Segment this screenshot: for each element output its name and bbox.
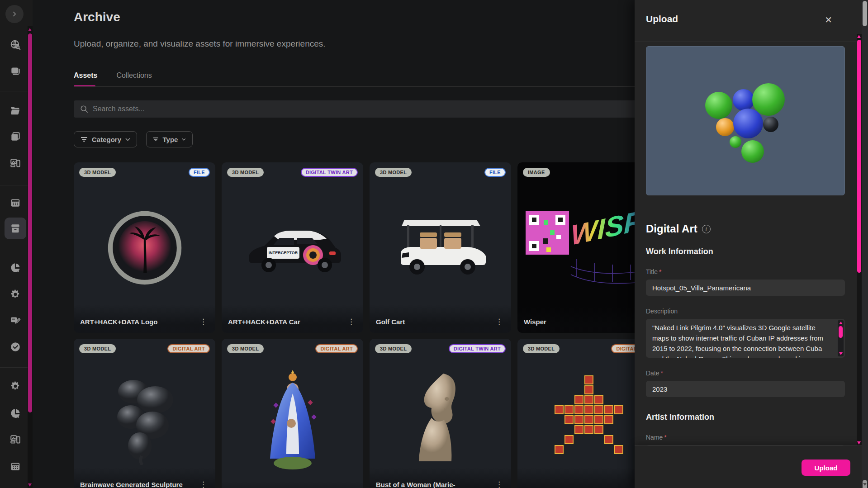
check-circle-icon <box>9 341 21 353</box>
asset-card-art-hack-data-logo[interactable]: 3D MODEL FILE ART+HACK+DATA Logo ⋮ <box>74 162 215 333</box>
scrollbar-thumb[interactable] <box>863 1 867 26</box>
scroll-up-arrow[interactable] <box>839 322 843 324</box>
sidebar-item-explore[interactable] <box>5 34 26 56</box>
sidebar-item-license[interactable] <box>5 309 26 331</box>
asset-menu-button[interactable]: ⋮ <box>492 315 507 328</box>
preview-ball <box>716 118 734 136</box>
info-icon[interactable]: i <box>702 225 711 233</box>
asset-title: Brainwave Generated Sculpture <box>80 481 183 488</box>
sidebar-item-settings[interactable] <box>5 284 26 305</box>
chevron-down-icon <box>182 138 186 141</box>
artist-information-heading: Artist Information <box>646 412 845 422</box>
date-input[interactable] <box>646 381 845 397</box>
asset-menu-button[interactable]: ⋮ <box>344 315 359 328</box>
sidebar-item-media-2[interactable] <box>5 429 26 450</box>
asset-category-badge: FILE <box>189 168 210 177</box>
car-decal-text: INTERCEPTOR <box>268 251 298 255</box>
title-input[interactable] <box>646 280 845 296</box>
asset-title: ART+HACK+DATA Logo <box>80 318 157 326</box>
sidebar-scrollbar[interactable] <box>28 26 33 488</box>
scrollbar-thumb[interactable] <box>857 40 861 273</box>
search-input[interactable] <box>93 105 590 113</box>
window-scrollbar[interactable] <box>862 0 868 488</box>
page-subtitle: Upload, organize, and visualize assets f… <box>74 39 326 49</box>
chevron-down-icon <box>125 138 130 141</box>
asset-card-robed-figure[interactable]: 3D MODEL DIGITAL ART ⋮ <box>222 339 363 488</box>
preview-ball <box>705 92 732 119</box>
filter-icon <box>153 136 159 142</box>
description-text: "Naked Link Pilgrim 4.0" visualizes 3D G… <box>646 319 836 358</box>
scroll-down-arrow[interactable] <box>839 352 843 355</box>
sidebar-item-calendar[interactable] <box>5 192 26 213</box>
sidebar <box>0 0 33 488</box>
description-textarea[interactable]: "Naked Link Pilgrim 4.0" visualizes 3D G… <box>646 319 845 358</box>
search-icon <box>80 105 88 113</box>
asset-card-brainwave-sculpture[interactable]: 3D MODEL DIGITAL ART Brainwave Generated… <box>74 339 215 488</box>
card-footer: ⋮ <box>222 481 363 488</box>
sidebar-item-calendar-2[interactable] <box>5 455 26 477</box>
title-label-text: Title <box>646 268 658 275</box>
asset-title: Golf Cart <box>376 318 405 326</box>
scroll-up-arrow[interactable] <box>28 28 32 31</box>
sidebar-item-media[interactable] <box>5 152 26 174</box>
description-scrollbar[interactable] <box>838 320 844 356</box>
scrollbar-thumb[interactable] <box>839 326 843 338</box>
tab-assets[interactable]: Assets <box>74 71 97 86</box>
pie-chart-icon <box>9 262 21 274</box>
layers-icon <box>9 65 21 77</box>
asset-menu-button[interactable]: ⋮ <box>196 315 211 328</box>
sidebar-item-approvals[interactable] <box>5 336 26 358</box>
panel-scrollbar[interactable] <box>857 34 862 445</box>
tab-collections[interactable]: Collections <box>116 71 152 86</box>
card-footer: Golf Cart ⋮ <box>370 305 511 333</box>
search-bar[interactable] <box>74 100 659 118</box>
required-asterisk: * <box>661 370 663 377</box>
work-information-heading: Work Information <box>646 247 845 256</box>
calendar-icon <box>9 197 21 208</box>
description-field-label: Description <box>646 308 845 315</box>
category-filter-button[interactable]: Category <box>74 131 137 147</box>
chevron-right-icon <box>10 10 19 18</box>
scroll-down-arrow[interactable] <box>863 483 867 486</box>
tab-bar: Assets Collections <box>74 71 152 86</box>
asset-card-art-hack-data-car[interactable]: INTERCEPTOR 3D MODEL DIGITAL TWIN ART AR… <box>222 162 363 333</box>
sidebar-item-files[interactable] <box>5 100 26 122</box>
card-footer: Brainwave Generated Sculpture ⋮ <box>74 468 215 488</box>
card-footer: Bust of a Woman (Marie- ⋮ <box>370 468 511 488</box>
asset-type-badge: 3D MODEL <box>227 344 264 353</box>
sidebar-item-archive[interactable] <box>5 218 26 239</box>
sidebar-item-analytics-2[interactable] <box>5 403 26 424</box>
upload-panel-header: Upload ✕ <box>635 0 868 42</box>
scroll-down-arrow[interactable] <box>28 483 32 487</box>
scroll-up-arrow[interactable] <box>857 35 861 38</box>
globe-search-icon <box>9 39 21 51</box>
asset-card-golf-cart[interactable]: 3D MODEL FILE Golf Cart ⋮ <box>370 162 511 333</box>
upload-button[interactable]: Upload <box>802 460 850 476</box>
sidebar-toggle-button[interactable] <box>5 5 24 23</box>
date-label-text: Date <box>646 370 659 377</box>
scrollbar-thumb[interactable] <box>28 33 32 412</box>
close-icon[interactable]: ✕ <box>823 13 834 27</box>
device-image-icon <box>9 434 21 445</box>
upload-preview-image <box>646 46 845 195</box>
sidebar-item-settings-2[interactable] <box>5 375 26 397</box>
asset-image-brainwave-sculpture <box>74 339 215 488</box>
sidebar-item-collections[interactable] <box>5 126 26 147</box>
sidebar-item-cards[interactable] <box>5 60 26 82</box>
sidebar-item-analytics[interactable] <box>5 257 26 279</box>
asset-type-badge: 3D MODEL <box>375 168 412 177</box>
asset-menu-button[interactable]: ⋮ <box>492 478 507 488</box>
asset-menu-button[interactable]: ⋮ <box>196 478 211 488</box>
asset-title: ART+HACK+DATA Car <box>228 318 300 326</box>
asset-title: Wisper <box>524 318 546 326</box>
asset-type-badge: IMAGE <box>523 168 550 177</box>
scroll-down-arrow[interactable] <box>857 441 861 445</box>
preview-ball <box>763 117 778 132</box>
asset-card-bust-of-a-woman[interactable]: 3D MODEL DIGITAL TWIN ART Bust of a Woma… <box>370 339 511 488</box>
card-edit-icon <box>9 314 21 326</box>
art-type-heading: Digital Art i <box>646 223 845 235</box>
type-filter-button[interactable]: Type <box>146 131 193 147</box>
required-asterisk: * <box>664 434 666 441</box>
upload-panel: Upload ✕ Digital Art i Work Information … <box>635 0 868 488</box>
asset-type-badge: 3D MODEL <box>523 344 560 353</box>
